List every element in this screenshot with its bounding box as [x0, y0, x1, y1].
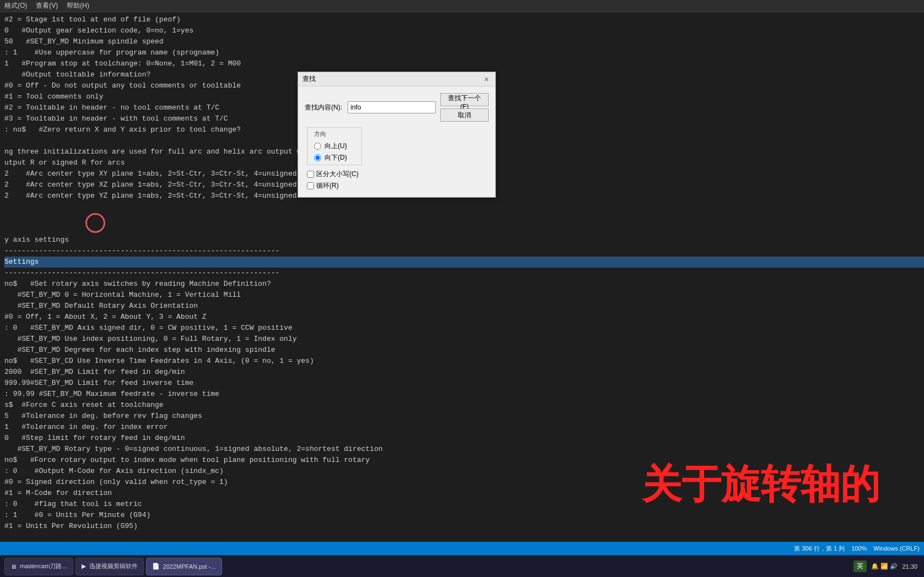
menu-format[interactable]: 格式(O)	[4, 1, 27, 10]
taskbar-items: 🖥mastercam刀路...▶迅捷视频剪辑软件📄2022MPFAN.pst -…	[0, 558, 847, 575]
editor-line: no$ #SET_BY_CD Use Inverse Time Feedrate…	[4, 356, 924, 367]
status-zoom: 100%	[851, 545, 867, 552]
editor-line: Settings	[4, 257, 924, 268]
find-buttons-col: 查找下一个(F) 取消	[440, 93, 489, 122]
menu-view[interactable]: 查看(V)	[36, 1, 58, 10]
find-direction-down-label: 向下(D)	[325, 153, 347, 162]
editor-line: 999.99#SET_BY_MD Limit for feed inverse …	[4, 378, 924, 389]
find-dialog-title-text: 查找	[302, 74, 316, 84]
find-case-row: 区分大小写(C)	[305, 170, 489, 179]
find-next-button[interactable]: 查找下一个(F)	[440, 93, 489, 106]
find-direction-up-label: 向上(U)	[325, 141, 347, 151]
taskbar-item-label: mastercam刀路...	[20, 562, 67, 570]
editor-line: #2 = Stage 1st tool at end of file (peof…	[4, 14, 924, 25]
find-loop-checkbox[interactable]	[307, 182, 314, 189]
find-dialog: 查找 × 查找内容(N): 查找下一个(F) 取消 方向 向上(U) 向下(D)	[298, 72, 496, 198]
find-input[interactable]	[348, 101, 436, 113]
find-options-row: 方向 向上(U) 向下(D)	[305, 127, 489, 165]
taskbar-item-icon: 📄	[152, 563, 160, 570]
taskbar-icons: 🔔 📶 🔊	[871, 563, 898, 570]
taskbar-item-label: 2022MPFAN.pst -...	[163, 563, 216, 570]
find-loop-row: 循环(R)	[305, 181, 489, 190]
editor-line: #SET_BY_MD Degrees for each index step w…	[4, 345, 924, 356]
taskbar-time: 21:30	[902, 563, 917, 570]
menu-bar: 格式(O) 查看(V) 帮助(H)	[0, 0, 924, 12]
editor-line	[4, 213, 924, 224]
status-bar: 第 306 行，第 1 列 100% Windows (CRLF)	[0, 542, 924, 555]
editor-line: 5 #Tolerance in deg. before rev flag cha…	[4, 411, 924, 422]
editor-line: ----------------------------------------…	[4, 268, 924, 279]
status-bar-right: 第 306 行，第 1 列 100% Windows (CRLF)	[794, 545, 920, 553]
editor-line: y axis settings	[4, 235, 924, 246]
ime-indicator[interactable]: 英	[853, 560, 867, 572]
find-loop-label: 循环(R)	[316, 181, 339, 190]
editor-line	[4, 202, 924, 213]
editor-line: 1 #Program stop at toolchange: 0=None, 1…	[4, 58, 924, 69]
find-dialog-body: 查找内容(N): 查找下一个(F) 取消 方向 向上(U) 向下(D)	[298, 86, 495, 197]
editor-line: : 99.99 #SET_BY_MD Maximum feedrate - in…	[4, 389, 924, 400]
editor-line: #SET_BY_MD Rotary type - 0=signed contin…	[4, 444, 924, 455]
find-search-row: 查找内容(N): 查找下一个(F) 取消	[305, 93, 489, 122]
find-dialog-title[interactable]: 查找 ×	[298, 72, 495, 86]
status-encoding: Windows (CRLF)	[873, 545, 920, 552]
editor-line: 1 #Tolerance in deg. for index error	[4, 422, 924, 433]
find-direction-down-row: 向下(D)	[314, 153, 347, 162]
editor-line: no$ #Force rotary output to index mode w…	[4, 455, 924, 466]
status-line-col: 第 306 行，第 1 列	[794, 545, 845, 553]
editor-line: no$ #Set rotary axis switches by reading…	[4, 279, 924, 290]
taskbar-item[interactable]: 🖥mastercam刀路...	[4, 558, 73, 575]
editor-line: #SET_BY_MD Use index positioning, 0 = Fu…	[4, 334, 924, 345]
editor-line: : 0 #SET_BY_MD Axis signed dir, 0 = CW p…	[4, 323, 924, 334]
editor-line: 2000 #SET_BY_MD Limit for feed in deg/mi…	[4, 367, 924, 378]
editor-line: #1 = Units Per Revolution (G95)	[4, 521, 924, 532]
editor-line: ----------------------------------------…	[4, 246, 924, 257]
find-direction-up-radio[interactable]	[314, 143, 321, 150]
editor-line: #1 = M-Code for direction	[4, 488, 924, 499]
editor-line: 50 #SET_BY_MD Minimum spindle speed	[4, 36, 924, 47]
editor-line	[4, 224, 924, 235]
taskbar-clock: 21:30	[902, 563, 917, 570]
taskbar-item-label: 迅捷视频剪辑软件	[89, 562, 138, 570]
editor-line: : 1 #Use uppercase for program name (spr…	[4, 47, 924, 58]
editor-line: #0 = Off, 1 = About X, 2 = About Y, 3 = …	[4, 312, 924, 323]
find-direction-down-radio[interactable]	[314, 154, 321, 161]
find-case-label: 区分大小写(C)	[316, 170, 359, 179]
taskbar-item[interactable]: 📄2022MPFAN.pst -...	[146, 558, 222, 575]
editor-line: #SET_BY_MD Default Rotary Axis Orientati…	[4, 301, 924, 312]
editor-line: #SET_BY_MD 0 = Horizontal Machine, 1 = V…	[4, 290, 924, 301]
menu-help[interactable]: 帮助(H)	[67, 1, 89, 10]
find-direction-up-row: 向上(U)	[314, 141, 347, 151]
taskbar-item-icon: ▶	[82, 563, 86, 570]
find-direction-group: 方向 向上(U) 向下(D)	[307, 127, 362, 165]
find-dialog-close-button[interactable]: ×	[482, 75, 491, 84]
taskbar-right: 英 🔔 📶 🔊 21:30	[847, 560, 924, 572]
taskbar: 🖥mastercam刀路...▶迅捷视频剪辑软件📄2022MPFAN.pst -…	[0, 555, 924, 577]
editor-line: #0 = Signed direction (only valid when r…	[4, 477, 924, 488]
find-direction-label: 方向	[314, 130, 326, 138]
editor-line: : 1 #0 = Units Per Minute (G94)	[4, 510, 924, 521]
editor-line: s$ #Force C axis reset at toolchange	[4, 400, 924, 411]
find-content-label: 查找内容(N):	[305, 103, 343, 112]
editor-line: : 0 #flag that tool is metric	[4, 499, 924, 510]
editor-line: 0 #Step limit for rotary feed in deg/min	[4, 433, 924, 444]
taskbar-item-icon: 🖥	[10, 563, 17, 570]
editor-line: 0 #Output gear selection code, 0=no, 1=y…	[4, 25, 924, 36]
find-case-checkbox[interactable]	[307, 171, 314, 178]
find-cancel-button[interactable]: 取消	[440, 108, 489, 122]
taskbar-item[interactable]: ▶迅捷视频剪辑软件	[75, 558, 144, 575]
editor-line: : 0 #Output M-Code for Axis direction (s…	[4, 466, 924, 477]
